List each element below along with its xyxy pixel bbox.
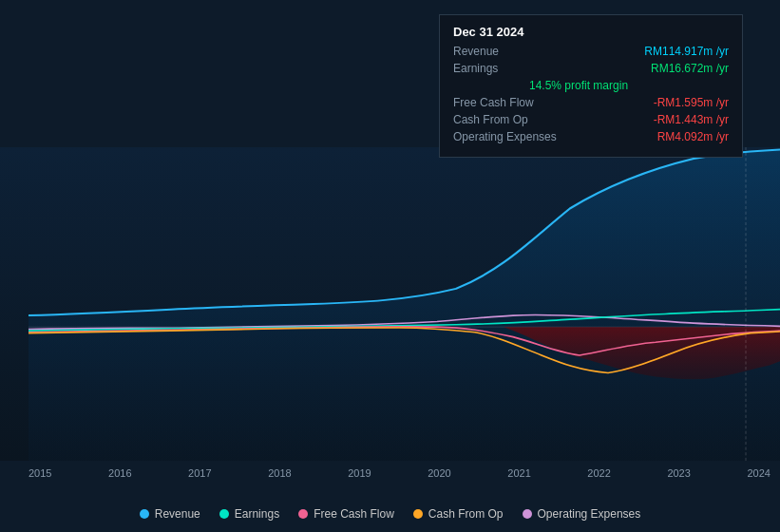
tooltip-opex: Operating Expenses RM4.092m /yr [453, 130, 729, 143]
x-label-2020: 2020 [428, 467, 450, 479]
legend-label-earnings: Earnings [235, 507, 279, 521]
x-label-2024: 2024 [747, 467, 770, 479]
chart-legend: Revenue Earnings Free Cash Flow Cash Fro… [0, 507, 780, 521]
tooltip-earnings-label: Earnings [453, 62, 498, 75]
legend-dot-fcf [298, 509, 308, 519]
tooltip-fcf: Free Cash Flow -RM1.595m /yr [453, 96, 729, 109]
tooltip-revenue-value: RM114.917m /yr [644, 45, 729, 58]
x-axis-labels: 2015 2016 2017 2018 2019 2020 2021 2022 … [29, 467, 770, 479]
tooltip-cashfromop: Cash From Op -RM1.443m /yr [453, 113, 729, 126]
legend-dot-cashfromop [413, 509, 423, 519]
legend-dot-opex [523, 509, 532, 519]
legend-fcf: Free Cash Flow [298, 507, 394, 521]
legend-opex: Operating Expenses [523, 507, 641, 521]
chart-svg [0, 147, 780, 461]
legend-dot-earnings [219, 509, 229, 519]
tooltip-panel: Dec 31 2024 Revenue RM114.917m /yr Earni… [439, 14, 743, 158]
legend-revenue: Revenue [140, 507, 200, 521]
x-label-2019: 2019 [348, 467, 371, 479]
x-label-2021: 2021 [507, 467, 530, 479]
x-label-2015: 2015 [29, 467, 51, 479]
legend-dot-revenue [140, 509, 149, 519]
tooltip-cashfromop-label: Cash From Op [453, 113, 528, 126]
x-label-2018: 2018 [268, 467, 291, 479]
tooltip-date: Dec 31 2024 [453, 25, 729, 39]
tooltip-fcf-label: Free Cash Flow [453, 96, 534, 109]
tooltip-fcf-value: -RM1.595m /yr [654, 96, 729, 109]
tooltip-earnings: Earnings RM16.672m /yr [453, 62, 729, 75]
x-label-2022: 2022 [587, 467, 610, 479]
tooltip-revenue: Revenue RM114.917m /yr [453, 45, 729, 58]
legend-label-opex: Operating Expenses [538, 507, 641, 521]
legend-label-fcf: Free Cash Flow [314, 507, 394, 521]
tooltip-opex-value: RM4.092m /yr [657, 130, 729, 143]
x-label-2016: 2016 [108, 467, 131, 479]
legend-cashfromop: Cash From Op [413, 507, 504, 521]
tooltip-revenue-label: Revenue [453, 45, 499, 58]
tooltip-opex-label: Operating Expenses [453, 130, 557, 143]
legend-earnings: Earnings [219, 507, 279, 521]
tooltip-earnings-value: RM16.672m /yr [651, 62, 729, 75]
legend-label-revenue: Revenue [155, 507, 200, 521]
tooltip-profit-margin: 14.5% profit margin [453, 79, 729, 92]
legend-label-cashfromop: Cash From Op [428, 507, 504, 521]
tooltip-cashfromop-value: -RM1.443m /yr [654, 113, 729, 126]
x-label-2023: 2023 [667, 467, 690, 479]
x-label-2017: 2017 [188, 467, 211, 479]
